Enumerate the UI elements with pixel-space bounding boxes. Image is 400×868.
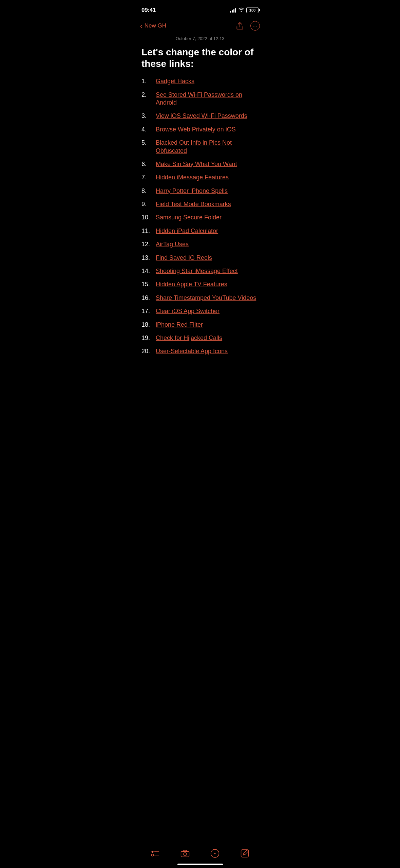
list-item: 20.User-Selectable App Icons	[141, 347, 259, 355]
list-link[interactable]: Blacked Out Info in Pics Not Obfuscated	[156, 139, 259, 155]
status-time: 09:41	[141, 7, 156, 14]
list-number: 10.	[141, 214, 156, 221]
list-item: 10.Samsung Secure Folder	[141, 214, 259, 221]
list-link[interactable]: Share Timestamped YouTube Videos	[156, 294, 256, 302]
list-number: 14.	[141, 267, 156, 275]
battery-icon: 100	[246, 7, 259, 13]
list-number: 7.	[141, 174, 156, 181]
more-button[interactable]: ···	[250, 21, 260, 31]
signal-icon	[230, 8, 236, 13]
list-link[interactable]: Browse Web Privately on iOS	[156, 126, 236, 133]
back-label: New GH	[145, 22, 166, 29]
list-link[interactable]: See Stored Wi-Fi Passwords on Android	[156, 91, 259, 107]
list-number: 11.	[141, 227, 156, 235]
list-link[interactable]: User-Selectable App Icons	[156, 347, 228, 355]
list-number: 1.	[141, 77, 156, 85]
list-link[interactable]: iPhone Red Filter	[156, 321, 203, 329]
list-item: 14.Shooting Star iMessage Effect	[141, 267, 259, 275]
list-number: 2.	[141, 91, 156, 107]
list-item: 11.Hidden iPad Calculator	[141, 227, 259, 235]
list-number: 8.	[141, 187, 156, 195]
list-item: 3.View iOS Saved Wi-Fi Passwords	[141, 112, 259, 120]
list-item: 19.Check for Hijacked Calls	[141, 334, 259, 342]
list-item: 5.Blacked Out Info in Pics Not Obfuscate…	[141, 139, 259, 155]
list-link[interactable]: Shooting Star iMessage Effect	[156, 267, 238, 275]
list-item: 17.Clear iOS App Switcher	[141, 307, 259, 315]
main-content: Let's change the color of these links: 1…	[133, 47, 267, 369]
list-link[interactable]: Samsung Secure Folder	[156, 214, 222, 221]
list-link[interactable]: Gadget Hacks	[156, 77, 194, 85]
list-link[interactable]: Field Test Mode Bookmarks	[156, 200, 231, 208]
list-item: 9.Field Test Mode Bookmarks	[141, 200, 259, 208]
list-link[interactable]: Harry Potter iPhone Spells	[156, 187, 228, 195]
list-link[interactable]: AirTag Uses	[156, 240, 189, 248]
list-number: 13.	[141, 254, 156, 262]
date-stamp: October 7, 2022 at 12:13	[133, 35, 267, 47]
list-item: 2.See Stored Wi-Fi Passwords on Android	[141, 91, 259, 107]
list-number: 18.	[141, 321, 156, 329]
wifi-icon	[238, 7, 244, 13]
list-number: 12.	[141, 240, 156, 248]
list-link[interactable]: Clear iOS App Switcher	[156, 307, 220, 315]
list-number: 5.	[141, 139, 156, 155]
list-link[interactable]: Hidden iPad Calculator	[156, 227, 218, 235]
list-item: 18.iPhone Red Filter	[141, 321, 259, 329]
battery-level: 100	[249, 8, 255, 12]
list-item: 12.AirTag Uses	[141, 240, 259, 248]
list-number: 16.	[141, 294, 156, 302]
list-link[interactable]: Hidden Apple TV Features	[156, 281, 227, 288]
list-number: 4.	[141, 126, 156, 133]
status-bar: 09:41 100	[133, 0, 267, 18]
list-item: 13.Find Saved IG Reels	[141, 254, 259, 262]
list-link[interactable]: View iOS Saved Wi-Fi Passwords	[156, 112, 247, 120]
page-title: Let's change the color of these links:	[141, 47, 259, 69]
list-link[interactable]: Check for Hijacked Calls	[156, 334, 222, 342]
back-button[interactable]: ‹ New GH	[140, 22, 166, 30]
share-button[interactable]	[235, 21, 244, 30]
list-item: 15.Hidden Apple TV Features	[141, 281, 259, 288]
list-link[interactable]: Find Saved IG Reels	[156, 254, 212, 262]
link-list: 1.Gadget Hacks2.See Stored Wi-Fi Passwor…	[141, 77, 259, 356]
status-icons: 100	[230, 7, 259, 13]
list-link[interactable]: Make Siri Say What You Want	[156, 160, 237, 168]
list-item: 6.Make Siri Say What You Want	[141, 160, 259, 168]
list-number: 17.	[141, 307, 156, 315]
list-item: 16.Share Timestamped YouTube Videos	[141, 294, 259, 302]
list-number: 6.	[141, 160, 156, 168]
back-chevron-icon: ‹	[140, 22, 142, 30]
nav-bar: ‹ New GH ···	[133, 18, 267, 35]
list-number: 3.	[141, 112, 156, 120]
list-link[interactable]: Hidden iMessage Features	[156, 174, 229, 181]
list-number: 20.	[141, 347, 156, 355]
more-dots: ···	[253, 23, 258, 29]
list-number: 9.	[141, 200, 156, 208]
list-item: 8.Harry Potter iPhone Spells	[141, 187, 259, 195]
list-item: 1.Gadget Hacks	[141, 77, 259, 85]
list-item: 4.Browse Web Privately on iOS	[141, 126, 259, 133]
nav-actions: ···	[235, 21, 260, 31]
list-number: 15.	[141, 281, 156, 288]
list-item: 7.Hidden iMessage Features	[141, 174, 259, 181]
list-number: 19.	[141, 334, 156, 342]
